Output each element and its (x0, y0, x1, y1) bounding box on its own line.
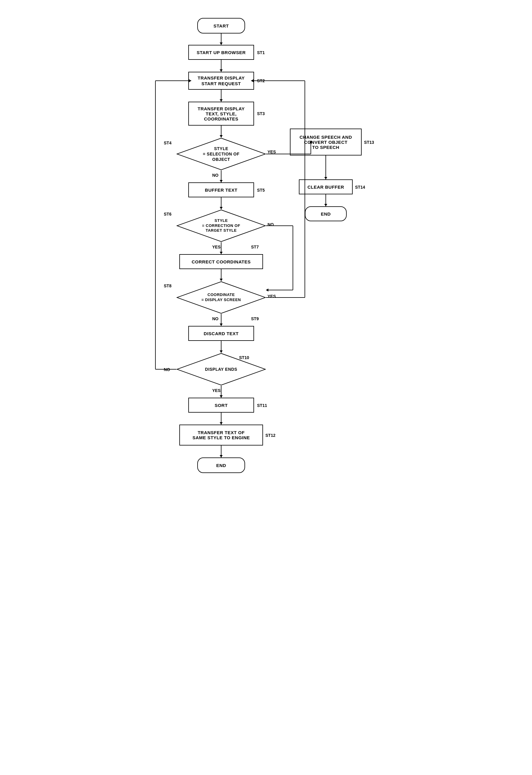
st12-node: TRANSFER TEXT OF SAME STYLE TO ENGINE (179, 425, 263, 446)
st4-step: ST4 (164, 140, 172, 145)
st6-step: ST6 (164, 212, 172, 216)
svg-marker-1 (220, 42, 223, 45)
st10-node: DISPLAY ENDS (176, 353, 266, 386)
svg-marker-16 (220, 252, 223, 254)
st10-yes: YES (212, 388, 221, 393)
st4-no: NO (212, 173, 218, 178)
st1-node: START UP BROWSER (188, 45, 254, 60)
st13-label: CHANGE SPEECH AND CONVERT OBJECT TO SPEE… (299, 134, 352, 150)
svg-marker-5 (220, 99, 223, 102)
st11-step: ST11 (257, 403, 267, 408)
st8-label: COORDINATE = DISPLAY SCREEN (201, 292, 241, 302)
end2-node: END (305, 206, 347, 221)
st6-yes: YES (212, 244, 221, 249)
st8-node: COORDINATE = DISPLAY SCREEN (176, 281, 266, 314)
st7-node: CORRECT COORDINATES (179, 254, 263, 269)
end1-label: END (216, 463, 226, 468)
st4-label: STYLE = SELECTION OF OBJECT (203, 146, 240, 162)
st3-node: TRANSFER DISPLAY TEXT, STYLE, COORDINATE… (188, 102, 254, 126)
st2-label: TRANSFER DISPLAY START REQUEST (198, 75, 244, 87)
st5-label: BUFFER TEXT (205, 187, 238, 192)
st8-step: ST8 (164, 283, 172, 288)
st8-st9: ST9 (251, 316, 259, 321)
st6-st7: ST7 (251, 244, 259, 249)
st4-node: STYLE = SELECTION OF OBJECT (176, 137, 266, 170)
st6-label: STYLE = CORRECTION OF TARGET STYLE (202, 218, 240, 233)
svg-marker-7 (220, 135, 223, 137)
st13-node: CHANGE SPEECH AND CONVERT OBJECT TO SPEE… (290, 129, 362, 155)
st13-step: ST13 (364, 140, 374, 145)
st14-node: CLEAR BUFFER (299, 179, 353, 194)
start-node: START (197, 18, 245, 33)
svg-marker-19 (220, 279, 223, 281)
st8-no: NO (212, 316, 218, 321)
start-label: START (213, 23, 229, 28)
svg-marker-30 (220, 350, 223, 353)
st11-label: SORT (215, 403, 228, 408)
st1-label: START UP BROWSER (197, 50, 246, 55)
st12-label: TRANSFER TEXT OF SAME STYLE TO ENGINE (192, 430, 250, 440)
st5-node: BUFFER TEXT (188, 182, 254, 197)
end1-node: END (197, 458, 245, 473)
st2-step: ST2 (257, 78, 265, 83)
svg-marker-14 (220, 207, 223, 209)
svg-marker-36 (220, 395, 223, 398)
svg-marker-38 (220, 422, 223, 425)
svg-marker-42 (324, 177, 327, 179)
svg-marker-3 (220, 69, 223, 72)
st2-node: TRANSFER DISPLAY START REQUEST (188, 72, 254, 90)
st4-yes: YES (267, 149, 276, 154)
st10-label: DISPLAY ENDS (205, 366, 237, 372)
end2-label: END (321, 211, 331, 216)
st14-step: ST14 (355, 185, 365, 189)
svg-marker-24 (220, 323, 223, 326)
st14-label: CLEAR BUFFER (308, 184, 344, 189)
st6-no: NO (267, 222, 274, 227)
st9-node: DISCARD TEXT (188, 326, 254, 341)
svg-marker-22 (266, 288, 268, 291)
st1-step: ST1 (257, 50, 265, 55)
st7-label: CORRECT COORDINATES (192, 259, 251, 264)
svg-marker-9 (220, 180, 223, 182)
st10-no: NO (164, 367, 170, 372)
st11-node: SORT (188, 398, 254, 413)
st5-step: ST5 (257, 188, 265, 192)
st12-step: ST12 (265, 433, 275, 438)
flowchart-diagram: START START UP BROWSER ST1 TRANSFER DISP… (132, 12, 400, 759)
st6-node: STYLE = CORRECTION OF TARGET STYLE (176, 209, 266, 242)
svg-marker-44 (324, 204, 327, 206)
st10-step: ST10 (239, 355, 249, 360)
st3-step: ST3 (257, 111, 265, 116)
svg-marker-40 (220, 455, 223, 458)
st9-label: DISCARD TEXT (204, 331, 239, 336)
st3-label: TRANSFER DISPLAY TEXT, STYLE, COORDINATE… (198, 106, 244, 121)
st8-yes: YES (267, 294, 276, 299)
